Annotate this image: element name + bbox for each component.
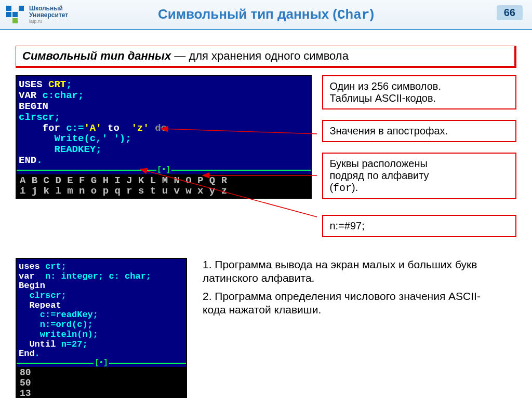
definition-box: Символьный тип данных — для хранения одн… xyxy=(16,46,516,68)
note-1: Один из 256 символов. Таблицы ASCII-кодо… xyxy=(322,75,516,109)
code-block-2: uses crt; var n: integer; c: char; Begin… xyxy=(16,258,187,398)
task-2: 2. Программа определения числового значе… xyxy=(203,290,488,317)
note-2: Значения в апострофах. xyxy=(322,120,516,142)
slide-title: Символьный тип данных (Char) xyxy=(0,6,532,23)
code1-output: A B C D E F G H I J K L M N O P Q R i j … xyxy=(17,174,311,198)
definition-text: для хранения одного символа xyxy=(189,49,349,62)
page-number: 66 xyxy=(497,5,523,20)
definition-term: Символьный тип данных xyxy=(22,49,171,62)
side-notes: Один из 256 символов. Таблицы ASCII-кодо… xyxy=(322,75,516,237)
code-block-1: USES CRT; VAR c:char; BEGIN clrscr; for … xyxy=(16,75,312,199)
tasks-list: 1. Программа вывода на экран малых и бол… xyxy=(203,258,488,321)
slide-header: Школьный Университет iatp.ru Символьный … xyxy=(0,0,532,30)
task-1: 1. Программа вывода на экран малых и бол… xyxy=(203,258,488,285)
note-4: n:=#97; xyxy=(322,215,516,237)
code2-output: 80 50 13 27 xyxy=(17,367,186,398)
note-3: Буквы расположены подряд по алфавиту (fo… xyxy=(322,153,516,199)
